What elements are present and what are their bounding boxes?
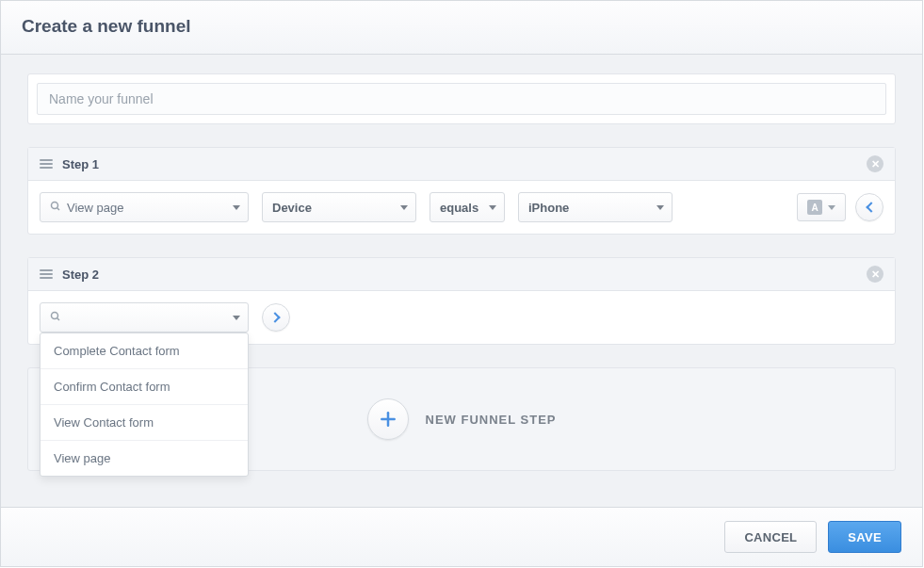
remove-step-button[interactable]: ✕ [867, 155, 883, 172]
caret-down-icon [400, 205, 408, 210]
event-option[interactable]: Confirm Contact form [41, 369, 248, 405]
event-dropdown[interactable] [40, 302, 249, 333]
property-dropdown[interactable]: Device [262, 192, 416, 222]
event-dropdown[interactable]: View page [40, 192, 249, 222]
svg-line-3 [57, 317, 60, 320]
step-2-panel: Step 2 ✕ Complete Contact form Conf [27, 257, 896, 345]
search-icon [50, 201, 61, 215]
name-panel [27, 73, 896, 124]
plus-icon [367, 398, 409, 440]
event-dropdown-label: View page [67, 201, 123, 215]
new-funnel-step-label: NEW FUNNEL STEP [426, 413, 557, 427]
modal-header: Create a new funnel [1, 1, 922, 55]
chevron-right-icon [269, 312, 280, 322]
save-button[interactable]: SAVE [828, 521, 901, 553]
letter-badge: A [807, 200, 822, 215]
property-dropdown-label: Device [272, 201, 312, 215]
expand-filter-button[interactable] [262, 303, 290, 332]
caret-down-icon [657, 205, 664, 210]
cancel-button[interactable]: CANCEL [724, 521, 817, 553]
modal-title: Create a new funnel [22, 16, 901, 37]
chevron-left-icon [866, 202, 876, 212]
caret-down-icon [233, 205, 240, 210]
drag-handle-icon[interactable] [40, 159, 53, 169]
modal-body: Step 1 ✕ View page Device equals [1, 55, 922, 507]
event-option[interactable]: Complete Contact form [41, 333, 248, 369]
step-2-title: Step 2 [62, 268, 857, 282]
funnel-modal: Create a new funnel Step 1 ✕ View page [0, 0, 923, 567]
svg-line-1 [57, 207, 60, 210]
step-1-body: View page Device equals iPhone [28, 181, 895, 234]
modal-footer: CANCEL SAVE [1, 507, 922, 566]
value-dropdown-label: iPhone [528, 201, 569, 215]
step-2-header: Step 2 ✕ [28, 258, 895, 291]
event-dropdown-menu: Complete Contact form Confirm Contact fo… [40, 333, 249, 477]
funnel-name-input[interactable] [37, 83, 886, 115]
step-1-right-controls: A [797, 193, 883, 221]
operator-dropdown[interactable]: equals [430, 192, 505, 222]
event-option[interactable]: View page [41, 441, 248, 476]
svg-point-0 [52, 202, 58, 208]
remove-step-button[interactable]: ✕ [867, 266, 883, 283]
step-2-body: Complete Contact form Confirm Contact fo… [28, 291, 895, 344]
caret-down-icon [233, 316, 240, 320]
drag-handle-icon[interactable] [40, 269, 53, 279]
search-icon [50, 311, 61, 325]
event-option[interactable]: View Contact form [41, 405, 248, 441]
collapse-filter-button[interactable] [855, 193, 883, 221]
letter-dropdown[interactable]: A [797, 193, 846, 221]
caret-down-icon [489, 205, 496, 210]
svg-point-2 [52, 312, 58, 318]
step-1-header: Step 1 ✕ [28, 148, 895, 181]
operator-dropdown-label: equals [440, 201, 478, 215]
step-1-panel: Step 1 ✕ View page Device equals [27, 147, 896, 235]
caret-down-icon [828, 205, 835, 210]
step-1-title: Step 1 [62, 157, 857, 171]
value-dropdown[interactable]: iPhone [518, 192, 673, 222]
